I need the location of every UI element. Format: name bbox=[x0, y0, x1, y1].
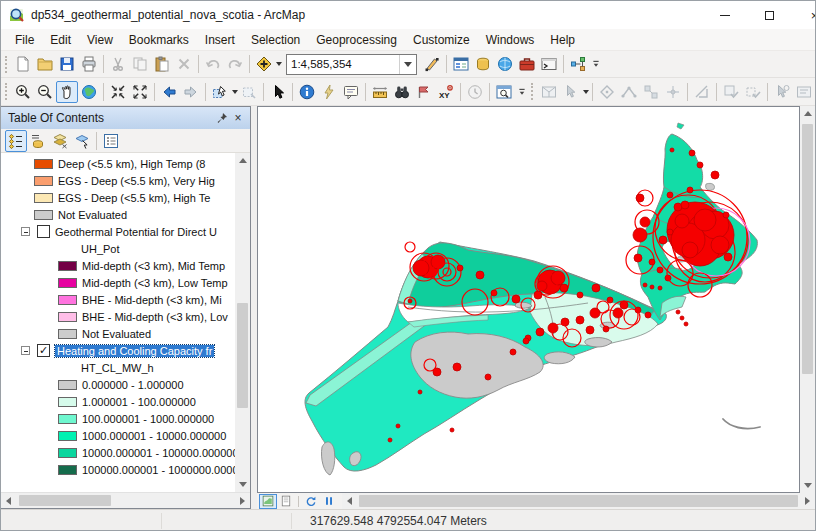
new-document-button[interactable] bbox=[12, 53, 34, 75]
identify-button[interactable] bbox=[296, 81, 318, 103]
map-scroll-down-icon[interactable] bbox=[800, 478, 815, 493]
toc-options-button[interactable] bbox=[100, 130, 122, 152]
layer-checkbox[interactable]: ✓ bbox=[37, 344, 50, 357]
layout-view-button[interactable] bbox=[277, 494, 295, 509]
find-route-button[interactable] bbox=[413, 81, 435, 103]
print-button[interactable] bbox=[78, 53, 100, 75]
list-by-source-button[interactable] bbox=[27, 130, 49, 152]
scroll-down-icon[interactable] bbox=[235, 477, 250, 492]
map-hscroll-thumb[interactable] bbox=[359, 495, 798, 507]
pan-icon bbox=[59, 84, 75, 100]
go-to-xy-button[interactable]: XY bbox=[435, 81, 457, 103]
list-by-drawing-order-button[interactable] bbox=[5, 130, 27, 152]
go-back-button[interactable] bbox=[158, 81, 180, 103]
open-folder-icon bbox=[37, 56, 53, 72]
toolbar-grip[interactable] bbox=[5, 56, 9, 73]
toc-hscroll-thumb[interactable] bbox=[19, 495, 111, 506]
add-data-button[interactable] bbox=[253, 53, 275, 75]
open-folder-button[interactable] bbox=[34, 53, 56, 75]
menu-help[interactable]: Help bbox=[542, 31, 583, 49]
viewer-window-button[interactable] bbox=[493, 81, 515, 103]
toc-scroll-thumb[interactable] bbox=[237, 303, 248, 408]
close-panel-icon[interactable]: × bbox=[230, 110, 246, 126]
topology-edit-tool-dropdown-icon[interactable] bbox=[583, 90, 589, 94]
menu-view[interactable]: View bbox=[79, 31, 121, 49]
layer-checkbox[interactable] bbox=[37, 225, 50, 238]
arcglobe-button[interactable] bbox=[494, 53, 516, 75]
toolbox-button[interactable] bbox=[516, 53, 538, 75]
fixed-zoom-out-button[interactable] bbox=[129, 81, 151, 103]
menu-selection[interactable]: Selection bbox=[243, 31, 308, 49]
fix-error-icon bbox=[774, 84, 790, 100]
fixed-zoom-in-button[interactable] bbox=[107, 81, 129, 103]
toc-field-row: UH_Pot bbox=[1, 240, 250, 257]
paste-button[interactable] bbox=[151, 53, 173, 75]
toolbar-grip[interactable] bbox=[5, 83, 9, 100]
html-popup-button[interactable] bbox=[340, 81, 362, 103]
minimize-button[interactable] bbox=[702, 1, 747, 29]
find-button[interactable] bbox=[391, 81, 413, 103]
zoom-out-button[interactable] bbox=[34, 81, 56, 103]
menu-bookmarks[interactable]: Bookmarks bbox=[121, 31, 197, 49]
map-horizontal-scrollbar[interactable] bbox=[342, 493, 815, 509]
toolbar-overflow-button[interactable] bbox=[589, 53, 603, 75]
legend-label: EGS - Deep (<5.5 km), Very Hig bbox=[58, 175, 215, 187]
scroll-left-icon[interactable] bbox=[1, 493, 16, 508]
map-scale-input[interactable] bbox=[287, 56, 399, 73]
menu-windows[interactable]: Windows bbox=[478, 31, 543, 49]
scroll-up-icon[interactable] bbox=[235, 153, 250, 168]
map-scroll-up-icon[interactable] bbox=[800, 106, 815, 121]
collapse-icon[interactable] bbox=[21, 346, 30, 355]
pause-button[interactable] bbox=[320, 494, 338, 509]
map-vscroll-thumb[interactable] bbox=[802, 124, 813, 374]
scroll-right-icon[interactable] bbox=[235, 493, 250, 508]
map-symbol bbox=[408, 299, 412, 303]
toolbar-grip[interactable] bbox=[531, 83, 535, 100]
select-elements-button[interactable] bbox=[267, 81, 289, 103]
editor-sketch-icon bbox=[424, 56, 440, 72]
pan-button[interactable] bbox=[56, 81, 78, 103]
menu-file[interactable]: File bbox=[7, 31, 42, 49]
editor-sketch-button[interactable] bbox=[421, 53, 443, 75]
toolbar-overflow-button[interactable] bbox=[515, 81, 529, 103]
map-symbol bbox=[450, 428, 454, 432]
menu-edit[interactable]: Edit bbox=[42, 31, 79, 49]
full-extent-button[interactable] bbox=[78, 81, 100, 103]
map-symbol bbox=[491, 290, 497, 296]
cut-button bbox=[107, 53, 129, 75]
menu-geoprocessing[interactable]: Geoprocessing bbox=[308, 31, 405, 49]
legend-label: 1.000001 - 100.000000 bbox=[82, 396, 196, 408]
measure-button[interactable] bbox=[369, 81, 391, 103]
layer-field-name: UH_Pot bbox=[81, 243, 120, 255]
map-scroll-left-icon[interactable] bbox=[342, 493, 357, 508]
collapse-icon[interactable] bbox=[21, 227, 30, 236]
layer-name[interactable]: Heating and Cooling Capacity fr bbox=[55, 345, 214, 357]
python-window-button[interactable] bbox=[538, 53, 560, 75]
data-view-button[interactable] bbox=[259, 494, 277, 509]
select-features-button[interactable] bbox=[209, 81, 231, 103]
toc-horizontal-scrollbar[interactable] bbox=[1, 492, 250, 508]
maximize-button[interactable] bbox=[747, 1, 792, 29]
list-by-visibility-button[interactable] bbox=[49, 130, 71, 152]
map-vertical-scrollbar[interactable] bbox=[800, 106, 815, 493]
map-canvas[interactable] bbox=[257, 106, 800, 493]
list-by-selection-button[interactable] bbox=[71, 130, 93, 152]
pin-icon[interactable] bbox=[214, 110, 230, 126]
menu-customize[interactable]: Customize bbox=[405, 31, 478, 49]
map-scale-combobox[interactable] bbox=[286, 54, 417, 75]
zoom-in-button[interactable] bbox=[12, 81, 34, 103]
map-symbol bbox=[694, 209, 716, 231]
scale-dropdown-icon[interactable] bbox=[399, 55, 416, 74]
close-button[interactable]: × bbox=[792, 1, 816, 29]
model-builder-button[interactable] bbox=[567, 53, 589, 75]
add-data-dropdown-icon[interactable] bbox=[276, 62, 282, 66]
toc-vertical-scrollbar[interactable] bbox=[235, 153, 250, 492]
layer-name[interactable]: Geothermal Potential for Direct U bbox=[55, 226, 217, 238]
map-scroll-right-icon[interactable] bbox=[800, 493, 815, 508]
refresh-button[interactable] bbox=[302, 494, 320, 509]
menu-insert[interactable]: Insert bbox=[197, 31, 243, 49]
catalog-button[interactable] bbox=[472, 53, 494, 75]
toc-window-button[interactable] bbox=[450, 53, 472, 75]
data-view-icon bbox=[262, 495, 274, 507]
save-button[interactable] bbox=[56, 53, 78, 75]
